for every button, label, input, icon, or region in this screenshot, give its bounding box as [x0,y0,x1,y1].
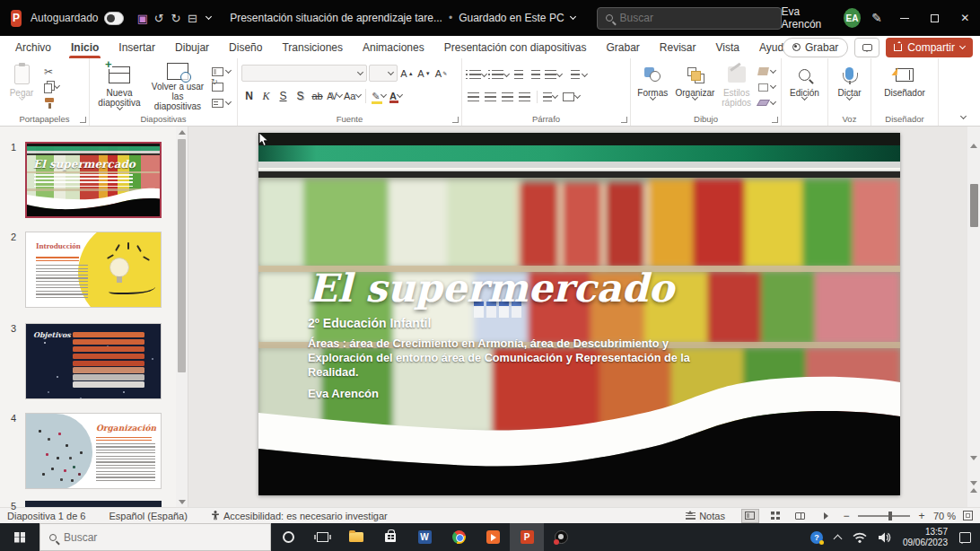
cortana-button[interactable] [271,523,305,551]
taskbar-search-box[interactable] [39,523,271,551]
slide-sorter-view-button[interactable] [766,509,784,523]
text-direction-button[interactable] [569,67,589,83]
section-button[interactable] [210,95,232,110]
cut-button[interactable]: ✂ [42,64,61,79]
character-spacing-button[interactable]: AV [327,88,342,104]
strikethrough-button[interactable]: ab [310,88,325,104]
tab-diseno[interactable]: Diseño [219,36,272,58]
quick-styles-button[interactable]: Estilos rápidos [719,63,754,111]
search-input[interactable] [620,12,773,24]
shrink-font-button[interactable]: A▼ [416,66,432,82]
close-button[interactable]: ✕ [949,0,980,36]
underline-button[interactable]: S [276,88,291,104]
action-center-icon[interactable] [959,532,971,543]
shape-fill-button[interactable] [757,64,777,79]
increase-indent-button[interactable] [528,67,543,83]
thumbnail-slide-5[interactable] [25,501,162,507]
undo-icon[interactable]: ↺ [152,6,167,30]
line-spacing-button[interactable] [545,67,562,83]
scroll-up-icon[interactable] [970,128,977,144]
slide-title-text[interactable]: El supermercado [308,266,674,310]
tab-presentacion[interactable]: Presentación con diapositivas [434,36,597,58]
help-tray-icon[interactable]: ? [810,531,823,544]
file-explorer-button[interactable] [339,523,373,551]
align-right-button[interactable] [500,89,515,105]
reading-view-button[interactable] [792,509,809,523]
drawing-dialog-launcher-icon[interactable] [772,117,778,123]
arrange-button[interactable]: Organizar [674,63,717,111]
tab-vista[interactable]: Vista [706,36,749,58]
tab-insertar[interactable]: Insertar [109,36,165,58]
bullets-button[interactable] [466,67,486,83]
clipboard-dialog-launcher-icon[interactable] [80,117,86,123]
start-button[interactable] [0,523,39,551]
quick-access-chevron-icon[interactable] [202,6,217,30]
slide-body-text[interactable]: Áreas : área de Crecimiento en Armonía, … [308,337,710,380]
tab-archivo[interactable]: Archivo [5,36,61,58]
zoom-in-button[interactable]: + [917,510,926,522]
align-left-button[interactable] [466,89,481,105]
scroll-up-icon[interactable] [176,127,188,137]
ribbon-search-box[interactable] [597,7,782,30]
wifi-icon[interactable] [853,532,867,543]
collapse-ribbon-icon[interactable] [960,113,967,119]
font-name-combo[interactable] [241,65,367,82]
dictate-button[interactable]: Dictar [832,63,867,111]
grow-font-button[interactable]: A▲ [399,66,415,82]
zoom-slider[interactable] [858,515,910,517]
zoom-slider-knob[interactable] [888,512,892,520]
normal-view-button[interactable] [741,509,759,523]
convert-smartart-button[interactable] [563,89,580,105]
align-center-button[interactable] [483,89,498,105]
change-case-button[interactable]: Aa [344,88,361,104]
shape-effects-button[interactable] [757,95,777,110]
redo-icon[interactable]: ↻ [169,6,184,30]
numbering-button[interactable] [488,67,509,83]
designer-button[interactable]: Diseñador [876,63,933,111]
user-name[interactable]: Eva Arencón [782,5,836,31]
record-button[interactable]: Grabar [783,38,848,57]
autosave-toggle[interactable] [104,12,123,25]
show-hidden-icons-chevron[interactable] [833,534,842,543]
tab-transiciones[interactable]: Transiciones [272,36,353,58]
obs-button[interactable] [544,523,578,551]
decrease-indent-button[interactable] [511,67,526,83]
scrollbar-thumb[interactable] [970,184,978,227]
paragraph-dialog-launcher-icon[interactable] [621,117,627,123]
zoom-out-button[interactable]: − [842,510,851,522]
slideshow-view-button[interactable] [817,509,835,523]
tab-animaciones[interactable]: Animaciones [353,36,434,58]
restore-button[interactable] [920,0,950,36]
tab-grabar[interactable]: Grabar [596,36,649,58]
tab-dibujar[interactable]: Dibujar [165,36,219,58]
comments-button[interactable] [854,38,879,57]
tab-revisar[interactable]: Revisar [650,36,706,58]
task-view-button[interactable] [305,523,339,551]
save-icon[interactable]: ▣ [136,6,151,30]
word-button[interactable]: W [407,523,442,551]
text-shadow-button[interactable]: S [293,88,308,104]
justify-button[interactable] [517,89,532,105]
minimize-button[interactable] [889,0,920,36]
slide-subtitle-text[interactable]: 2º Educación Infantil [308,316,431,330]
italic-button[interactable]: K [258,88,274,104]
microsoft-store-button[interactable] [373,523,407,551]
scrollbar-thumb[interactable] [178,139,186,372]
slide-counter[interactable]: Diapositiva 1 de 6 [7,511,85,521]
language-indicator[interactable]: Español (España) [109,511,187,521]
thumbnail-slide-4[interactable]: Organización [25,413,162,489]
share-button[interactable]: Compartir [886,38,973,57]
powerpoint-icon[interactable]: P [11,10,22,27]
user-avatar[interactable]: EA [844,8,861,28]
zoom-level[interactable]: 70 % [933,511,956,521]
slide-canvas[interactable]: El supermercado 2º Educación Infantil Ár… [258,133,900,495]
new-slide-button[interactable]: Nueva diapositiva [93,63,145,111]
slide-author-text[interactable]: Eva Arencón [308,387,379,400]
columns-button[interactable] [542,89,557,105]
editing-button[interactable]: Edición [785,63,824,111]
ink-pen-icon[interactable]: ✎ [871,11,882,25]
media-app-button[interactable] [476,523,510,551]
bold-button[interactable]: N [241,88,257,104]
shape-outline-button[interactable] [757,80,777,95]
thumbnail-scrollbar[interactable] [176,127,188,507]
